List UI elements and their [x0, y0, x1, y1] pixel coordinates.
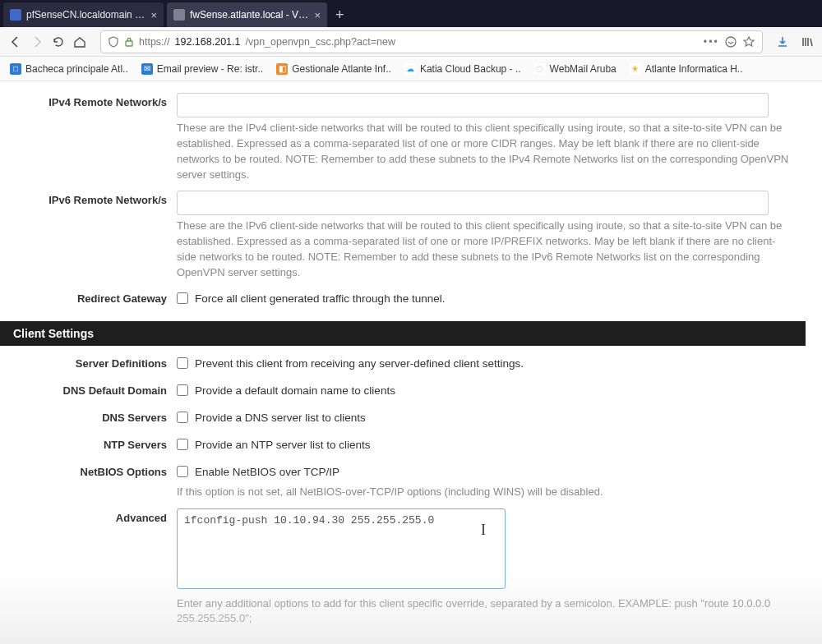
- shield-icon: [108, 36, 119, 48]
- browser-tab-0[interactable]: pfSenseCN.localdomain - VPN ×: [3, 2, 164, 27]
- section-client-settings: Client Settings: [0, 321, 806, 346]
- server-definitions-text: Prevent this client from receiving any s…: [195, 357, 524, 370]
- ntp-servers-option[interactable]: Provide an NTP server list to clients: [177, 435, 789, 454]
- ipv4-remote-input[interactable]: [177, 93, 769, 117]
- bookmark-label: Atlante Informatica H..: [645, 63, 743, 75]
- page-content: IPv4 Remote Network/s These are the IPv4…: [0, 81, 822, 644]
- bookmark-label: Bacheca principale Atl..: [25, 63, 128, 75]
- tab-title: fwSense.atlante.local - VPN: O: [190, 9, 309, 21]
- label-server-definitions: Server Definitions: [0, 352, 177, 375]
- label-ipv4-remote: IPv4 Remote Network/s: [0, 91, 177, 184]
- dns-servers-checkbox[interactable]: [177, 412, 188, 423]
- browser-navbar: https://192.168.201.1/vpn_openvpn_csc.ph…: [0, 27, 822, 57]
- close-icon[interactable]: ×: [150, 9, 157, 21]
- bookmark-star-icon[interactable]: [742, 35, 755, 48]
- row-advanced: Advanced I Enter any additional options …: [0, 507, 806, 629]
- bookmark-item[interactable]: ◧Gestionale Atlante Inf..: [276, 63, 391, 75]
- row-dns-default-domain: DNS Default Domain Provide a default dom…: [0, 380, 806, 402]
- favicon-icon: [173, 9, 185, 21]
- dns-default-domain-checkbox[interactable]: [177, 384, 188, 396]
- bookmark-label: Katia Cloud Backup - ..: [420, 63, 521, 75]
- download-icon[interactable]: [776, 35, 789, 48]
- bookmark-label: Gestionale Atlante Inf..: [292, 63, 391, 75]
- help-ipv6-remote: These are the IPv6 client-side networks …: [177, 218, 789, 280]
- bookmark-icon: □: [10, 63, 21, 75]
- row-redirect-gateway: Redirect Gateway Force all client genera…: [0, 288, 806, 310]
- svg-rect-0: [126, 41, 132, 46]
- ntp-servers-text: Provide an NTP server list to clients: [195, 439, 371, 451]
- advanced-textarea[interactable]: [177, 508, 506, 589]
- dns-default-domain-option[interactable]: Provide a default domain name to clients: [177, 381, 789, 400]
- redirect-gateway-option[interactable]: Force all client generated traffic throu…: [177, 289, 789, 308]
- star-icon: ★: [630, 63, 641, 75]
- library-icon[interactable]: [801, 35, 814, 48]
- bookmark-icon: ✉: [141, 63, 153, 75]
- row-ntp-servers: NTP Servers Provide an NTP server list t…: [0, 434, 806, 456]
- ntp-servers-checkbox[interactable]: [177, 439, 188, 450]
- bookmark-label: Email preview - Re: istr..: [157, 63, 263, 75]
- help-netbios: If this option is not set, all NetBIOS-o…: [177, 485, 789, 500]
- reload-icon[interactable]: [51, 34, 66, 49]
- label-redirect-gateway: Redirect Gateway: [0, 288, 177, 310]
- bookmarks-bar: □Bacheca principale Atl.. ✉Email preview…: [0, 57, 822, 81]
- redirect-gateway-checkbox[interactable]: [177, 292, 188, 304]
- netbios-text: Enable NetBIOS over TCP/IP: [195, 466, 339, 478]
- lock-icon: [124, 37, 134, 47]
- url-path: /vpn_openvpn_csc.php?act=new: [245, 36, 395, 48]
- new-tab-button[interactable]: +: [327, 7, 353, 27]
- url-host: 192.168.201.1: [175, 36, 241, 48]
- browser-tab-1[interactable]: fwSense.atlante.local - VPN: O ×: [167, 2, 327, 27]
- bookmark-label: WebMail Aruba: [550, 63, 616, 75]
- server-definitions-checkbox[interactable]: [177, 357, 188, 369]
- forward-icon: [30, 34, 44, 49]
- dns-servers-option[interactable]: Provide a DNS server list to clients: [177, 408, 789, 427]
- svg-point-1: [726, 37, 736, 47]
- globe-icon: ◌: [534, 63, 546, 75]
- label-dns-servers: DNS Servers: [0, 407, 177, 429]
- label-netbios-options: NetBIOS Options: [0, 461, 177, 502]
- dns-default-domain-text: Provide a default domain name to clients: [195, 384, 395, 397]
- ipv6-remote-input[interactable]: [177, 191, 769, 215]
- netbios-checkbox[interactable]: [177, 466, 188, 477]
- label-advanced: Advanced: [0, 507, 177, 629]
- url-bar[interactable]: https://192.168.201.1/vpn_openvpn_csc.ph…: [100, 30, 763, 53]
- back-icon[interactable]: [8, 34, 23, 49]
- row-ipv4-remote: IPv4 Remote Network/s These are the IPv4…: [0, 91, 806, 184]
- close-icon[interactable]: ×: [314, 9, 321, 21]
- bookmark-item[interactable]: ◌WebMail Aruba: [534, 63, 616, 75]
- bookmark-item[interactable]: ✉Email preview - Re: istr..: [141, 63, 263, 75]
- browser-tabbar: pfSenseCN.localdomain - VPN × fwSense.at…: [0, 0, 822, 27]
- row-ipv6-remote: IPv6 Remote Network/s These are the IPv6…: [0, 189, 806, 282]
- home-icon[interactable]: [72, 34, 87, 49]
- reader-icon[interactable]: [724, 35, 737, 48]
- text-cursor-icon: I: [481, 522, 486, 539]
- row-dns-servers: DNS Servers Provide a DNS server list to…: [0, 407, 806, 429]
- bookmark-item[interactable]: □Bacheca principale Atl..: [10, 63, 128, 75]
- label-dns-default-domain: DNS Default Domain: [0, 380, 177, 402]
- help-advanced: Enter any additional options to add for …: [177, 596, 789, 628]
- bookmark-item[interactable]: ★Atlante Informatica H..: [630, 63, 743, 75]
- redirect-gateway-text: Force all client generated traffic throu…: [195, 292, 445, 305]
- label-ipv6-remote: IPv6 Remote Network/s: [0, 189, 177, 282]
- help-ipv4-remote: These are the IPv4 client-side networks …: [177, 121, 789, 182]
- dns-servers-text: Provide a DNS server list to clients: [195, 412, 366, 424]
- row-netbios-options: NetBIOS Options Enable NetBIOS over TCP/…: [0, 461, 806, 502]
- row-server-definitions: Server Definitions Prevent this client f…: [0, 352, 806, 375]
- more-icon[interactable]: •••: [704, 36, 719, 48]
- netbios-option[interactable]: Enable NetBIOS over TCP/IP: [177, 462, 789, 481]
- url-scheme: https://: [139, 36, 170, 48]
- server-definitions-option[interactable]: Prevent this client from receiving any s…: [177, 354, 789, 373]
- cloud-icon: ☁: [404, 63, 416, 75]
- bookmark-item[interactable]: ☁Katia Cloud Backup - ..: [404, 63, 521, 75]
- label-ntp-servers: NTP Servers: [0, 434, 177, 456]
- tab-title: pfSenseCN.localdomain - VPN: [26, 9, 145, 21]
- bookmark-icon: ◧: [276, 63, 288, 75]
- favicon-icon: [10, 9, 21, 21]
